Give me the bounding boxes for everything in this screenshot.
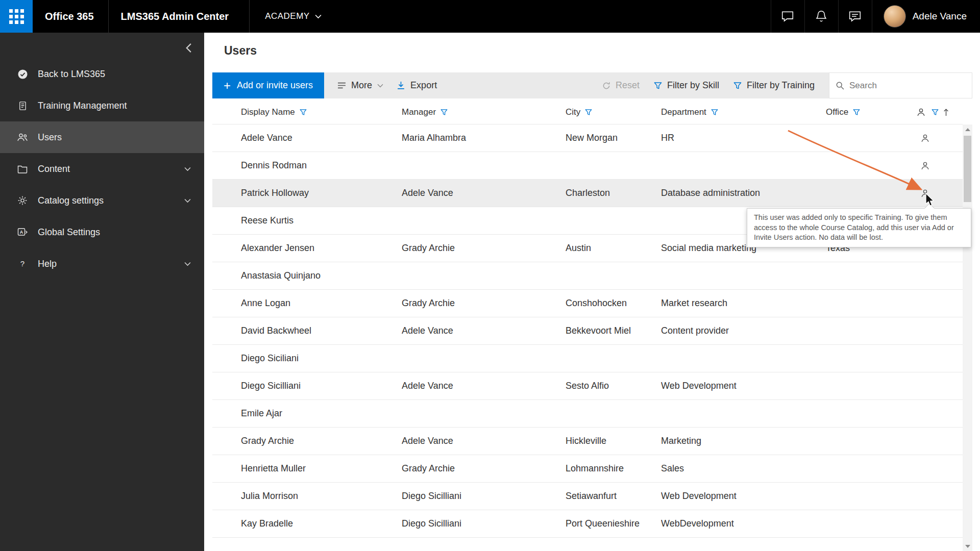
table-row[interactable]: Diego SicillianiAdele VanceSesto AlfioWe… (212, 372, 963, 400)
svg-text:?: ? (20, 259, 24, 268)
office365-brand[interactable]: Office 365 (45, 11, 94, 22)
sidebar-item-help[interactable]: ?Help (0, 248, 204, 280)
admin-center-title[interactable]: LMS365 Admin Center (121, 11, 229, 22)
table-row[interactable]: Anne LoganGrady ArchieConshohockenMarket… (212, 290, 963, 317)
cell-manager: Adele Vance (402, 381, 566, 391)
cell-icons (900, 124, 963, 152)
column-label: Display Name (241, 107, 295, 117)
cell-icons (900, 180, 963, 207)
table-body: Adele VanceMaria AlhambraNew MorganHRDen… (212, 124, 963, 538)
filter-by-skill-button[interactable]: Filter by Skill (654, 80, 719, 91)
user-name: Adele Vance (913, 11, 967, 22)
cell-city: Lohmannshire (566, 463, 661, 474)
back-circle-icon (16, 69, 29, 80)
cell-department: HR (661, 133, 826, 143)
column-header-manager[interactable]: Manager (402, 107, 566, 117)
sidebar-item-back-to-lms365[interactable]: Back to LMS365 (0, 58, 204, 90)
table-row[interactable]: Dennis Rodman (212, 152, 963, 180)
notifications-button[interactable] (804, 0, 838, 33)
cell-city: Bekkevoort Miel (566, 325, 661, 336)
cell-department: WebDevelopment (661, 518, 826, 529)
training-only-user-icon[interactable] (920, 188, 930, 198)
topbar-separator (249, 0, 250, 33)
feedback-button[interactable] (838, 0, 872, 33)
funnel-icon[interactable] (932, 109, 939, 116)
filter-by-training-button[interactable]: Filter by Training (733, 80, 815, 91)
scrollbar-thumb[interactable] (964, 136, 971, 202)
table-row[interactable]: Diego Siciliani (212, 345, 963, 372)
training-only-user-icon[interactable] (920, 133, 930, 143)
chat-button[interactable] (771, 0, 804, 33)
funnel-icon[interactable] (300, 109, 307, 116)
funnel-icon[interactable] (853, 109, 860, 116)
table-row[interactable]: Patrick HollowayAdele VanceCharlestonDat… (212, 180, 963, 207)
sidebar-item-users[interactable]: Users (0, 121, 204, 153)
sidebar-item-catalog-settings[interactable]: Catalog settings (0, 185, 204, 216)
tooltip-text: This user was added only to specific Tra… (754, 213, 954, 241)
export-button[interactable]: Export (397, 80, 437, 91)
sidebar-collapse-button[interactable] (182, 40, 195, 58)
cell-department: Web Development (661, 381, 826, 391)
funnel-icon (733, 82, 742, 90)
topbar-separator (108, 0, 109, 33)
column-header-department[interactable]: Department (661, 107, 826, 117)
table-row[interactable]: David BackwheelAdele VanceBekkevoort Mie… (212, 317, 963, 345)
table-row[interactable]: Henrietta MullerGrady ArchieLohmannshire… (212, 455, 963, 483)
cell-manager: Adele Vance (402, 188, 566, 198)
search-input[interactable] (849, 81, 966, 91)
column-header-office[interactable]: Office (826, 107, 900, 117)
sidebar-item-label: Global Settings (38, 227, 100, 238)
more-button[interactable]: More (337, 80, 383, 91)
scroll-up-button[interactable] (963, 124, 972, 134)
reset-button[interactable]: Reset (602, 80, 640, 91)
funnel-icon[interactable] (711, 109, 718, 116)
cell-icons (900, 372, 963, 399)
sidebar-item-content[interactable]: Content (0, 153, 204, 185)
add-or-invite-users-button[interactable]: + Add or invite users (212, 72, 324, 98)
cell-city: Port Queenieshire (566, 518, 661, 529)
cell-department: Web Development (661, 491, 826, 502)
sidebar-items: Back to LMS365Training ManagementUsersCo… (0, 58, 204, 280)
tenant-selector[interactable]: ACADEMY (265, 11, 322, 21)
cell-display-name: Kay Bradelle (241, 518, 402, 529)
scroll-down-button[interactable] (963, 541, 972, 551)
cell-department: Database administration (661, 188, 826, 198)
person-filter-icon[interactable] (916, 107, 926, 117)
app-launcher-button[interactable] (0, 0, 33, 33)
menu-lines-icon (337, 82, 346, 89)
sort-ascending-icon[interactable] (943, 108, 949, 116)
account-menu[interactable]: Adele Vance (872, 0, 980, 33)
table-row[interactable]: Julia MorrisonDiego SicillianiSetiawanfu… (212, 483, 963, 510)
cell-manager: Maria Alhambra (402, 133, 566, 143)
cell-city: New Morgan (566, 133, 661, 143)
cell-display-name: Emile Ajar (241, 408, 402, 419)
users-table: Display NameManagerCityDepartmentOffice … (212, 100, 963, 538)
cell-city: Sesto Alfio (566, 381, 661, 391)
cell-display-name: Diego Sicilliani (241, 381, 402, 391)
column-header-name[interactable]: Display Name (241, 107, 402, 117)
table-row[interactable]: Anastasia Quinjano (212, 262, 963, 290)
column-label: Manager (402, 107, 436, 117)
cell-department: Marketing (661, 436, 826, 446)
svg-text:A: A (20, 230, 23, 235)
cell-icons (900, 428, 963, 455)
table-row[interactable]: Emile Ajar (212, 400, 963, 428)
main-content: Users + Add or invite users More Export (204, 33, 980, 551)
training-only-tooltip: This user was added only to specific Tra… (747, 208, 971, 247)
table-row[interactable]: Adele VanceMaria AlhambraNew MorganHR (212, 124, 963, 152)
cell-city: Hickleville (566, 436, 661, 446)
cell-icons (900, 483, 963, 510)
column-header-city[interactable]: City (566, 107, 661, 117)
funnel-icon[interactable] (585, 109, 592, 116)
sidebar-item-global-settings[interactable]: AGlobal Settings (0, 216, 204, 248)
training-only-user-icon[interactable] (920, 161, 930, 170)
table-row[interactable]: Grady ArchieAdele VanceHicklevilleMarket… (212, 428, 963, 455)
cell-manager: Adele Vance (402, 325, 566, 336)
cell-icons (900, 262, 963, 289)
sidebar-item-training-management[interactable]: Training Management (0, 90, 204, 121)
topbar-actions: Adele Vance (771, 0, 980, 33)
office-top-bar: Office 365 LMS365 Admin Center ACADEMY A… (0, 0, 980, 33)
funnel-icon[interactable] (440, 109, 448, 116)
cell-icons (900, 400, 963, 427)
table-row[interactable]: Kay BradelleDiego SicillianiPort Queenie… (212, 510, 963, 538)
